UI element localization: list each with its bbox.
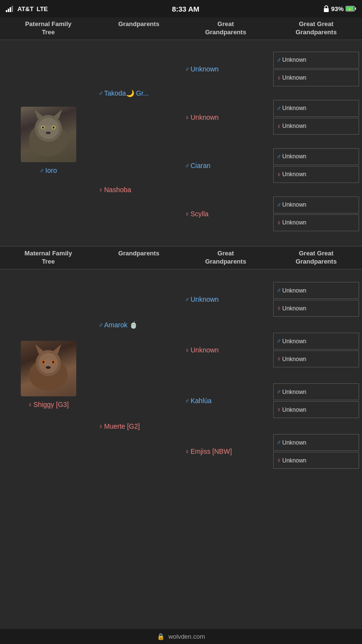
maternal-gggp2-m[interactable]: ♂Unknown — [273, 333, 359, 350]
header-gg-m: Great GreatGrandparents — [270, 250, 362, 266]
svg-rect-6 — [355, 8, 356, 10]
paternal-ggp-col: ♂Unknown ♀Unknown ♂Ciaran ♀Scylla — [181, 45, 270, 238]
paternal-gggp2-f[interactable]: ♀Unknown — [273, 118, 359, 135]
svg-text:⚡: ⚡ — [348, 7, 352, 12]
signal-icon — [6, 5, 14, 12]
maternal-gp2-wrapper: ♀Muerte [G2] — [97, 376, 181, 477]
maternal-gggp4-f[interactable]: ♀Unknown — [273, 452, 359, 469]
maternal-gp-col: ♂Amarok 🍵 ♀Muerte [G2] — [97, 274, 181, 477]
paternal-gggp-col: ♂Unknown ♀Unknown ♂Unknown ♀Unknown ♂Unk… — [270, 45, 362, 238]
maternal-gggp3-f[interactable]: ♀Unknown — [273, 401, 359, 418]
paternal-gggp-pair4: ♂Unknown ♀Unknown — [270, 190, 362, 238]
paternal-self-name[interactable]: ♂Ioro — [38, 165, 59, 176]
battery-icon: ⚡ — [346, 6, 356, 12]
status-bar: AT&T LTE 8:33 AM 93% ⚡ — [0, 0, 362, 17]
lock-icon — [323, 5, 329, 12]
header-grandparents-p: Grandparents — [97, 20, 181, 37]
battery-percent: 93% — [331, 5, 344, 13]
maternal-self-col: ♀Shiggy [G3] — [0, 341, 97, 410]
maternal-gggp3-m[interactable]: ♂Unknown — [273, 383, 359, 400]
maternal-headers: Maternal FamilyTree Grandparents GreatGr… — [0, 247, 362, 269]
maternal-gggp-col: ♂Unknown ♀Unknown ♂Unknown ♀Unknown ♂Unk… — [270, 274, 362, 477]
paternal-gggp-pair1: ♂Unknown ♀Unknown — [270, 45, 362, 93]
maternal-gp2[interactable]: ♀Muerte [G2] — [97, 421, 142, 432]
header-gg-p: Great GreatGrandparents — [270, 20, 362, 37]
maternal-gggp-pair3: ♂Unknown ♀Unknown — [270, 376, 362, 426]
svg-marker-23 — [35, 344, 45, 354]
header-grandparents-m: Grandparents — [97, 250, 181, 266]
maternal-gggp1-f[interactable]: ♀Unknown — [273, 300, 359, 317]
network-label: LTE — [37, 5, 48, 13]
maternal-gp1[interactable]: ♂Amarok 🍵 — [97, 320, 139, 330]
carrier-label: AT&T — [17, 5, 34, 13]
svg-marker-13 — [53, 109, 62, 119]
maternal-gp1-wrapper: ♂Amarok 🍵 — [97, 274, 181, 376]
paternal-ggp4: ♀Scylla — [181, 190, 270, 238]
paternal-gp2-wrapper: ♀Nashoba — [97, 141, 181, 238]
paternal-gp-col: ♂Takoda🌙 Gr... ♀Nashoba — [97, 45, 181, 238]
maternal-gggp4-m[interactable]: ♂Unknown — [273, 434, 359, 451]
paternal-self-col: ♂Ioro — [0, 107, 97, 176]
svg-rect-0 — [6, 10, 7, 12]
maternal-ggp-col: ♂Unknown ♀Unknown ♂Kahlúa ♀Emjiss [NBW] — [181, 274, 270, 477]
maternal-ggp1: ♂Unknown — [181, 274, 270, 325]
header-maternal: Maternal FamilyTree — [0, 250, 97, 266]
paternal-gggp3-f[interactable]: ♀Unknown — [273, 166, 359, 183]
paternal-tree: ♂Ioro ♂Takoda🌙 Gr... ♀Nashoba ♂Unknown ♀… — [0, 40, 362, 246]
svg-marker-24 — [52, 344, 61, 354]
header-great-p: GreatGrandparents — [181, 20, 270, 37]
svg-rect-3 — [12, 6, 13, 12]
paternal-ggp3: ♂Ciaran — [181, 141, 270, 190]
maternal-wolf-avatar — [21, 341, 76, 396]
svg-rect-4 — [324, 8, 329, 12]
site-url: wolvden.com — [168, 633, 205, 640]
maternal-gggp2-f[interactable]: ♀Unknown — [273, 350, 359, 367]
header-great-m: GreatGrandparents — [181, 250, 270, 266]
maternal-ggp2: ♀Unknown — [181, 325, 270, 376]
paternal-wolf-svg — [21, 107, 76, 162]
maternal-tree: ♀Shiggy [G3] ♂Amarok 🍵 ♀Muerte [G2] ♂Unk… — [0, 269, 362, 506]
paternal-gggp-pair3: ♂Unknown ♀Unknown — [270, 141, 362, 190]
maternal-self-name[interactable]: ♀Shiggy [G3] — [26, 399, 71, 410]
maternal-ggp3: ♂Kahlúa — [181, 376, 270, 426]
svg-point-19 — [43, 125, 53, 132]
paternal-gggp1-m[interactable]: ♂Unknown — [273, 52, 359, 69]
maternal-gggp-pair4: ♂Unknown ♀Unknown — [270, 426, 362, 477]
maternal-wolf-svg — [21, 341, 76, 396]
paternal-gggp4-f[interactable]: ♀Unknown — [273, 214, 359, 231]
svg-marker-12 — [34, 109, 44, 119]
paternal-gp1-wrapper: ♂Takoda🌙 Gr... — [97, 45, 181, 141]
status-left: AT&T LTE — [6, 5, 48, 13]
bottom-lock-icon: 🔒 — [157, 633, 165, 640]
paternal-headers: Paternal FamilyTree Grandparents GreatGr… — [0, 17, 362, 40]
paternal-gggp-pair2: ♂Unknown ♀Unknown — [270, 93, 362, 141]
paternal-gggp2-m[interactable]: ♂Unknown — [273, 100, 359, 117]
svg-rect-1 — [8, 9, 9, 12]
maternal-gggp-pair2: ♂Unknown ♀Unknown — [270, 325, 362, 376]
time-label: 8:33 AM — [172, 5, 199, 13]
svg-rect-2 — [10, 7, 11, 12]
status-right: 93% ⚡ — [323, 5, 356, 13]
svg-point-30 — [44, 359, 53, 367]
paternal-ggp1: ♂Unknown — [181, 45, 270, 93]
paternal-wolf-avatar — [21, 107, 76, 162]
paternal-gp2[interactable]: ♀Nashoba — [97, 184, 133, 195]
maternal-gggp1-m[interactable]: ♂Unknown — [273, 282, 359, 299]
paternal-gp1[interactable]: ♂Takoda🌙 Gr... — [97, 88, 151, 98]
paternal-self-gender-icon: ♂ — [40, 167, 44, 174]
paternal-gggp3-m[interactable]: ♂Unknown — [273, 148, 359, 165]
bottom-bar: 🔒 wolvden.com — [0, 629, 362, 644]
paternal-ggp2: ♀Unknown — [181, 93, 270, 141]
maternal-gggp-pair1: ♂Unknown ♀Unknown — [270, 274, 362, 325]
paternal-gggp1-f[interactable]: ♀Unknown — [273, 70, 359, 86]
maternal-ggp4: ♀Emjiss [NBW] — [181, 426, 270, 477]
maternal-self-gender-icon: ♀ — [28, 401, 33, 408]
paternal-gggp4-m[interactable]: ♂Unknown — [273, 196, 359, 213]
header-paternal: Paternal FamilyTree — [0, 20, 97, 37]
